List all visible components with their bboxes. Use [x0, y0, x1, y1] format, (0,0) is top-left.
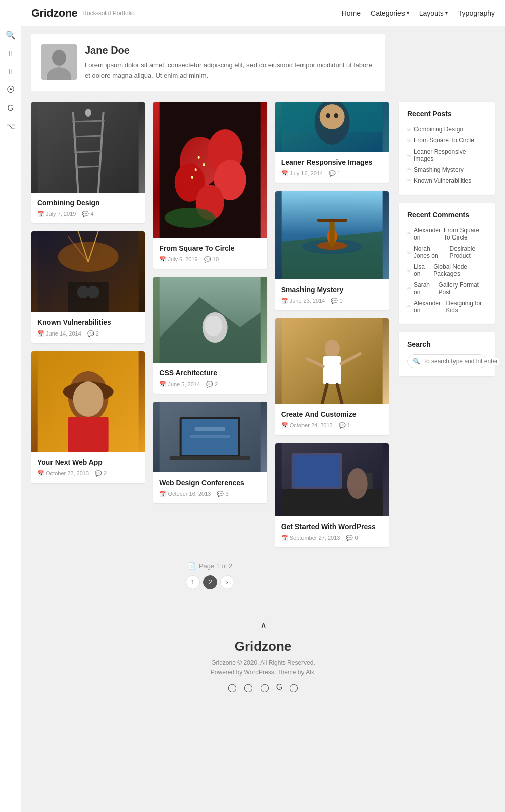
recent-comments-list: Alexander on From Square To Circle Norah…: [407, 225, 487, 316]
recent-posts-title: Recent Posts: [407, 110, 487, 118]
dribbble-icon[interactable]: ⦿: [7, 85, 15, 94]
search-input[interactable]: [423, 358, 499, 365]
recent-comments-widget: Recent Comments Alexander on From Square…: [399, 203, 495, 324]
facebook-icon[interactable]: : [9, 49, 12, 58]
recent-post-link[interactable]: From Square To Circle: [414, 137, 474, 144]
post-card[interactable]: Get Started With WordPress 📅 September 2…: [275, 443, 389, 547]
site-logo[interactable]: Gridzone: [31, 7, 77, 20]
svg-point-70: [347, 468, 367, 499]
post-comments: 💬 2: [206, 381, 218, 388]
list-item[interactable]: Combining Design: [407, 124, 487, 135]
list-item[interactable]: Leaner Responsive Images: [407, 146, 487, 164]
nav-layouts[interactable]: Layouts ▾: [419, 9, 448, 17]
svg-point-49: [326, 113, 330, 118]
post-comments: 💬 0: [331, 298, 342, 304]
post-title: Combining Design: [37, 199, 139, 207]
svg-point-18: [87, 286, 99, 298]
footer-dribbble-icon[interactable]: ◯: [260, 683, 269, 692]
post-card[interactable]: CSS Architecture 📅 June 5, 2014 💬 2: [153, 277, 267, 394]
search-icon: 🔍: [413, 358, 420, 365]
recent-post-link[interactable]: Smashing Mystery: [414, 166, 464, 173]
list-item: Alexander on Designing for Kids: [407, 298, 487, 316]
list-item[interactable]: Known Vulnerabilities: [407, 175, 487, 186]
pagination-numbers: 1 2 ›: [186, 575, 234, 589]
footer-social-icons: ◯ ◯ ◯ G ◯: [31, 683, 495, 692]
post-card[interactable]: Combining Design 📅 July 7, 2019 💬 4: [31, 102, 145, 223]
footer-twitter-icon[interactable]: ◯: [244, 683, 253, 692]
footer-facebook-icon[interactable]: ◯: [228, 683, 237, 692]
post-card[interactable]: Create And Customize 📅 October 24, 2013 …: [275, 318, 389, 435]
author-box: Jane Doe Lorem ipsum dolor sit amet, con…: [31, 34, 385, 91]
github-icon[interactable]: ⌥: [6, 122, 15, 131]
post-comments: 💬 3: [217, 491, 228, 497]
left-sidebar: 🔍   ⦿ G ⌥: [0, 0, 21, 702]
svg-point-1: [52, 50, 66, 66]
post-comments: 💬 1: [339, 422, 350, 429]
post-date: 📅 June 5, 2014: [159, 381, 200, 388]
footer-copyright: Gridzone © 2020. All Rights Reserved.: [31, 659, 495, 666]
list-item[interactable]: From Square To Circle: [407, 135, 487, 146]
footer-github-icon[interactable]: ◯: [289, 683, 298, 692]
post-card[interactable]: Known Vulnerabilities 📅 June 14, 2014 💬 …: [31, 231, 145, 343]
comment-link[interactable]: Designing for Kids: [446, 300, 487, 314]
post-meta: 📅 July 16, 2014 💬 1: [281, 170, 383, 177]
nav-typography[interactable]: Typography: [458, 9, 495, 17]
post-card[interactable]: From Square To Circle 📅 July 6, 2019 💬 1…: [153, 102, 267, 269]
svg-point-32: [195, 168, 197, 171]
google-icon[interactable]: G: [7, 104, 13, 113]
footer-google-icon[interactable]: G: [276, 683, 282, 692]
post-date: 📅 October 16, 2013: [159, 491, 211, 497]
post-comments: 💬 2: [87, 330, 99, 337]
post-image: [153, 402, 267, 472]
svg-rect-16: [68, 282, 109, 312]
post-meta: 📅 June 5, 2014 💬 2: [159, 381, 261, 388]
recent-post-link[interactable]: Combining Design: [414, 126, 463, 133]
comment-link[interactable]: From Square To Circle: [444, 227, 487, 241]
site-tagline: Rock-solid Portfolio: [82, 10, 134, 17]
search-icon[interactable]: 🔍: [6, 30, 16, 40]
posts-col-2: Leaner Responsive Images 📅 July 16, 2014…: [275, 102, 389, 547]
svg-rect-42: [170, 456, 250, 460]
svg-point-50: [334, 113, 338, 118]
search-widget-title: Search: [407, 340, 487, 348]
recent-post-link[interactable]: Known Vulnerabilities: [414, 177, 471, 184]
recent-posts-list: Combining Design From Square To Circle L…: [407, 124, 487, 186]
post-body: CSS Architecture 📅 June 5, 2014 💬 2: [153, 363, 267, 394]
page-2-button[interactable]: 2: [203, 575, 217, 589]
list-item[interactable]: Smashing Mystery: [407, 164, 487, 175]
comment-link[interactable]: Gallery Format Post: [439, 281, 487, 296]
post-image: [31, 102, 145, 193]
post-title: CSS Architecture: [159, 369, 261, 377]
svg-rect-43: [195, 427, 225, 431]
search-form[interactable]: 🔍: [407, 354, 487, 368]
post-meta: 📅 July 7, 2019 💬 4: [37, 211, 139, 217]
post-image: [31, 351, 145, 452]
post-card[interactable]: Web Design Conferences 📅 October 16, 201…: [153, 402, 267, 503]
post-card[interactable]: Leaner Responsive Images 📅 July 16, 2014…: [275, 102, 389, 183]
scroll-to-top-button[interactable]: ∧: [31, 619, 495, 631]
svg-rect-56: [329, 221, 334, 247]
svg-rect-23: [68, 417, 109, 452]
post-date: 📅 June 14, 2014: [37, 330, 81, 337]
page-1-button[interactable]: 1: [186, 575, 200, 589]
svg-point-10: [85, 109, 91, 117]
main-nav: Home Categories ▾ Layouts ▾ Typography: [342, 9, 495, 17]
recent-comments-title: Recent Comments: [407, 211, 487, 219]
nav-categories[interactable]: Categories ▾: [371, 9, 409, 17]
nav-home[interactable]: Home: [342, 9, 361, 17]
svg-rect-60: [323, 356, 341, 384]
post-meta: 📅 June 23, 2014 💬 0: [281, 298, 383, 304]
post-meta: 📅 July 6, 2019 💬 10: [159, 256, 261, 263]
post-body: Web Design Conferences 📅 October 16, 201…: [153, 472, 267, 503]
comment-link[interactable]: Global Node Packages: [433, 263, 487, 277]
post-card[interactable]: Your Next Web App 📅 October 22, 2013 💬 2: [31, 351, 145, 483]
list-item: Norah Jones on Desirable Product: [407, 243, 487, 261]
page-next-button[interactable]: ›: [220, 575, 234, 589]
pagination: 📄 Page 1 of 2 1 2 ›: [31, 547, 389, 604]
post-card[interactable]: Smashing Mystery 📅 June 23, 2014 💬 0: [275, 191, 389, 310]
author-bio: Lorem ipsum dolor sit amet, consectetur …: [85, 60, 375, 81]
recent-post-link[interactable]: Leaner Responsive Images: [414, 148, 487, 162]
svg-rect-44: [190, 435, 230, 438]
twitter-icon[interactable]: : [9, 67, 12, 76]
comment-link[interactable]: Desirable Product: [449, 245, 487, 259]
